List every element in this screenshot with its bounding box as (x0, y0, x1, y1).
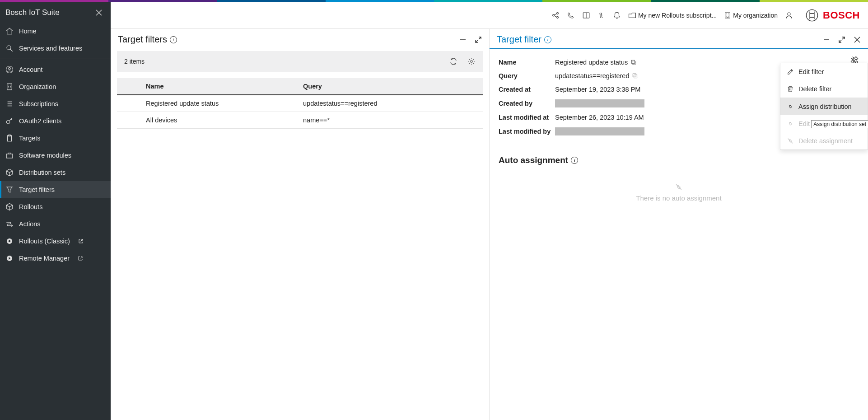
cm-delete-assignment: Delete assignment (780, 132, 868, 149)
info-icon[interactable]: i (544, 36, 551, 43)
row-name: Registered update status (140, 95, 297, 112)
sidebar-item-targets[interactable]: Targets (0, 130, 111, 147)
svg-rect-22 (633, 74, 636, 77)
table-row[interactable]: All devicesname==* (117, 112, 483, 129)
clipboard-icon (5, 134, 14, 142)
sidebar-item-label: Targets (19, 135, 41, 142)
topbar: My new Rollouts subscript... My organiza… (111, 2, 868, 29)
pencil-icon (787, 68, 794, 75)
gear-icon[interactable] (467, 57, 476, 65)
cm-delete-filter[interactable]: Delete filter (780, 80, 868, 98)
svg-rect-7 (6, 154, 13, 158)
row-query: updatestatus==registered (297, 95, 483, 112)
row-name: All devices (140, 112, 297, 128)
info-icon[interactable]: i (571, 157, 578, 164)
target-filters-title: Target filters i (118, 34, 177, 45)
cm-assign-distribution[interactable]: Assign distribution (780, 98, 868, 115)
bosch-wordmark: BOSCH (823, 9, 860, 21)
trash-icon (787, 85, 794, 93)
svg-point-16 (788, 13, 790, 15)
sidebar-item-distribution-sets[interactable]: Distribution sets (0, 164, 111, 181)
cm-edit-filter[interactable]: Edit filter (780, 63, 868, 80)
svg-point-13 (557, 16, 559, 18)
briefcase-icon (5, 151, 14, 159)
detail-modifiedat-label: Last modified at (499, 114, 555, 121)
sidebar-item-services-and-features[interactable]: Services and features (0, 40, 111, 57)
expand-icon[interactable] (838, 36, 845, 43)
auto-assignment-empty-text: There is no auto assignment (499, 194, 859, 202)
sidebar-item-label: Subscriptions (19, 100, 58, 107)
sidebar-item-software-modules[interactable]: Software modules (0, 147, 111, 164)
sidebar: Bosch IoT Suite HomeServices and feature… (0, 2, 111, 420)
bell-icon[interactable] (613, 11, 621, 19)
sidebar-item-rollouts-classic-[interactable]: Rollouts (Classic) (0, 233, 111, 250)
organization-link[interactable]: My organization (724, 12, 778, 19)
info-icon[interactable]: i (170, 36, 177, 43)
detail-modifiedby-value (555, 127, 644, 135)
bosch-logo[interactable]: BOSCH (806, 9, 860, 22)
external-link-icon (78, 238, 84, 244)
context-menu: Edit filter Delete filter Assign distrib… (780, 63, 868, 150)
svg-point-18 (471, 61, 473, 63)
sidebar-item-label: Rollouts (Classic) (19, 238, 70, 245)
share-icon[interactable] (551, 11, 560, 19)
sidebar-item-account[interactable]: Account (0, 61, 111, 78)
svg-point-12 (557, 12, 559, 14)
items-count: 2 items (124, 58, 145, 65)
svg-rect-20 (632, 60, 635, 63)
minimize-icon[interactable] (823, 36, 830, 43)
sidebar-item-oauth2-clients[interactable]: OAuth2 clients (0, 112, 111, 130)
filter-icon (5, 186, 14, 194)
sidebar-item-home[interactable]: Home (0, 23, 111, 40)
user-icon[interactable] (785, 11, 793, 19)
copy-icon[interactable] (630, 59, 637, 65)
sidebar-item-label: Account (19, 66, 42, 73)
items-bar: 2 items (117, 51, 483, 72)
copy-icon[interactable] (632, 73, 638, 79)
home-icon (5, 27, 14, 35)
minimize-icon[interactable] (459, 36, 467, 43)
book-icon[interactable] (582, 11, 590, 19)
sidebar-item-label: Organization (19, 83, 56, 90)
detail-createdat-value: September 19, 2023 3:38 PM (555, 86, 640, 93)
detail-modifiedby-label: Last modified by (499, 128, 555, 135)
sidebar-item-organization[interactable]: Organization (0, 78, 111, 95)
table-row[interactable]: Registered update statusupdatestatus==re… (117, 95, 483, 112)
sidebar-item-label: Home (19, 28, 37, 35)
sidebar-item-subscriptions[interactable]: Subscriptions (0, 95, 111, 112)
svg-rect-21 (634, 75, 637, 78)
phone-icon[interactable] (567, 11, 575, 19)
svg-point-11 (553, 14, 555, 16)
sidebar-item-label: Remote Manager (19, 255, 70, 262)
target-filters-panel: Target filters i 2 items (111, 29, 490, 420)
col-name[interactable]: Name (140, 78, 297, 94)
sidebar-close-icon[interactable] (95, 9, 103, 16)
circle-dot-icon (5, 237, 14, 245)
subscription-label: My new Rollouts subscript... (638, 12, 717, 19)
refresh-icon[interactable] (449, 57, 457, 65)
sidebar-item-target-filters[interactable]: Target filters (0, 181, 111, 198)
svg-point-2 (9, 68, 11, 70)
target-filter-detail-panel: Target filter i (490, 29, 868, 420)
close-icon[interactable] (854, 36, 861, 43)
sidebar-item-actions[interactable]: Actions (0, 215, 111, 233)
sidebar-item-remote-manager[interactable]: Remote Manager (0, 250, 111, 267)
subscription-link[interactable]: My new Rollouts subscript... (628, 12, 717, 19)
detail-createdat-label: Created at (499, 86, 555, 93)
sidebar-item-label: Rollouts (19, 203, 42, 210)
expand-icon[interactable] (475, 36, 482, 43)
paragraph-icon[interactable] (597, 11, 606, 19)
link-icon (787, 103, 794, 110)
col-query[interactable]: Query (297, 78, 483, 94)
circle-arrow-icon (5, 254, 14, 262)
package-icon (5, 168, 14, 177)
building-icon (5, 83, 14, 91)
user-circle-icon (5, 65, 14, 74)
detail-name-label: Name (499, 59, 555, 66)
sidebar-item-label: Software modules (19, 152, 71, 159)
unlink-icon (499, 182, 859, 191)
key-icon (5, 117, 14, 125)
svg-point-9 (9, 240, 11, 243)
sidebar-item-rollouts[interactable]: Rollouts (0, 198, 111, 215)
cube-icon (5, 203, 14, 211)
